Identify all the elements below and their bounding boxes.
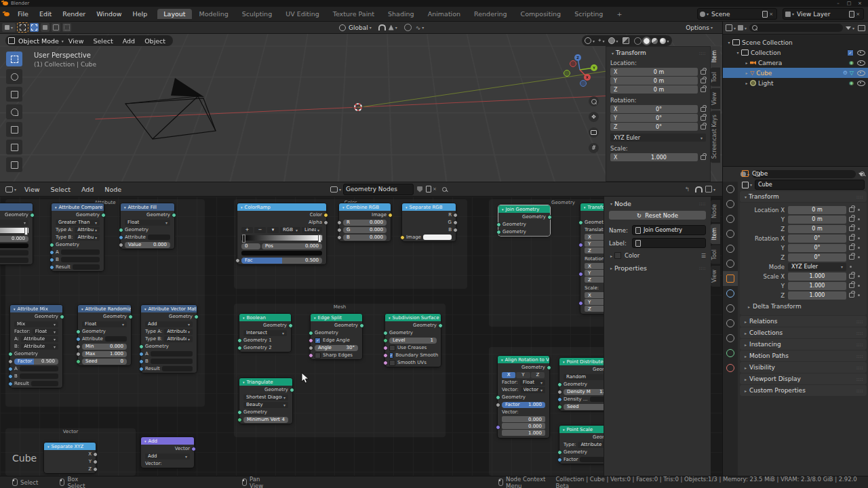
ramp-handle[interactable] bbox=[318, 235, 321, 243]
workspace-tab-texture-paint[interactable]: Texture Paint bbox=[327, 9, 380, 19]
socket-string[interactable] bbox=[50, 258, 54, 262]
socket-geometry[interactable] bbox=[496, 395, 500, 400]
socket-string[interactable] bbox=[8, 382, 13, 386]
socket-float[interactable] bbox=[235, 258, 240, 263]
dropdown[interactable]: Vector▾ bbox=[521, 387, 545, 393]
subpanel-delta-transform[interactable]: ▸Delta Transform bbox=[740, 302, 864, 311]
properties-tab-render[interactable] bbox=[723, 197, 738, 211]
value-field[interactable]: 0.000 bbox=[0, 236, 28, 242]
node-menu-add[interactable]: Add bbox=[76, 186, 99, 193]
transform-orientation-dropdown[interactable]: Global ▾ bbox=[339, 24, 372, 31]
expander-icon[interactable]: ▾ bbox=[726, 40, 732, 45]
property-value-field[interactable]: 1.000 bbox=[788, 282, 846, 290]
node-edge-split[interactable]: ▾Edge SplitGeometryGeometry✓Edge AngleAn… bbox=[311, 314, 362, 359]
socket-geometry[interactable] bbox=[383, 331, 388, 336]
socket-float[interactable] bbox=[337, 220, 342, 225]
workspace-tab-layout[interactable]: Layout bbox=[157, 9, 191, 19]
properties-tab-object[interactable] bbox=[723, 271, 738, 286]
socket-geometry[interactable] bbox=[128, 314, 133, 319]
node-attribute-color-ramp[interactable]: ▾Attribute Color RampGeometryLinear▾0.00… bbox=[0, 203, 33, 264]
socket-color[interactable] bbox=[388, 213, 393, 218]
camera-view-icon[interactable] bbox=[589, 127, 599, 138]
node-subdivision-surface[interactable]: ▾Subdivision SurfaceGeometryGeometryLeve… bbox=[385, 314, 441, 367]
object-id-dropdown[interactable]: ▾ bbox=[742, 182, 752, 188]
cursor-tool[interactable] bbox=[6, 69, 22, 84]
shading-solid-button[interactable] bbox=[644, 38, 650, 44]
lock-icon[interactable] bbox=[849, 283, 854, 288]
ramp-handle[interactable] bbox=[242, 235, 245, 243]
pin-icon[interactable] bbox=[442, 187, 447, 192]
gizmo-z-neg[interactable] bbox=[580, 80, 587, 87]
collapse-icon[interactable]: ▾ bbox=[243, 316, 245, 320]
dropdown[interactable]: Attribute▾ bbox=[21, 336, 58, 342]
collapse-icon[interactable]: ▾ bbox=[563, 428, 565, 432]
dropdown[interactable]: Attribute▾ bbox=[75, 227, 100, 233]
eye-icon[interactable] bbox=[857, 50, 865, 56]
node-triangulate[interactable]: ▾TriangulateGeometryShortest Diagonal▾Be… bbox=[239, 378, 292, 424]
viewport-menu-select[interactable]: Select bbox=[88, 37, 117, 45]
properties-tab-tool[interactable] bbox=[723, 182, 738, 197]
node-add[interactable]: ▾AddVectorAdd▾Vector: bbox=[141, 437, 194, 468]
light-data-icon[interactable]: ◉ bbox=[849, 80, 854, 86]
collapse-icon[interactable]: ▾ bbox=[389, 316, 391, 320]
dropdown[interactable]: Float▾ bbox=[125, 220, 170, 226]
checkbox[interactable] bbox=[389, 345, 395, 351]
colorramp-gradient[interactable] bbox=[0, 228, 28, 233]
socket-float[interactable] bbox=[453, 228, 458, 232]
panel-viewport-display[interactable]: ▸Viewport Display∷∷ bbox=[740, 373, 867, 384]
property-value-field[interactable]: 1.000 bbox=[788, 272, 846, 281]
dropdown[interactable]: Shortest Diagonal▾ bbox=[243, 394, 288, 401]
eye-icon[interactable] bbox=[857, 81, 865, 86]
toggle-perspective-icon[interactable]: # bbox=[589, 143, 599, 153]
socket-vector[interactable] bbox=[578, 243, 583, 247]
socket-geometry[interactable] bbox=[237, 338, 242, 343]
value-field[interactable]: Level1 bbox=[389, 338, 437, 344]
text-field[interactable] bbox=[151, 351, 193, 357]
xray-toggle[interactable] bbox=[623, 37, 629, 44]
node-header[interactable]: ▾Edge Split bbox=[311, 314, 362, 321]
collapse-icon[interactable]: ▾ bbox=[47, 445, 50, 449]
scene-name[interactable]: Scene bbox=[711, 11, 762, 18]
dropdown[interactable]: Add▾ bbox=[145, 453, 190, 460]
socket-float[interactable] bbox=[453, 213, 458, 218]
socket-geometry[interactable] bbox=[8, 352, 13, 357]
socket-vector[interactable] bbox=[578, 301, 583, 306]
rotate-tool[interactable] bbox=[6, 104, 22, 119]
collapse-icon[interactable]: ▾ bbox=[406, 205, 408, 209]
collapse-icon[interactable]: ▾ bbox=[243, 380, 245, 384]
properties-tab-view-layer[interactable] bbox=[723, 226, 738, 241]
properties-tab-object-data[interactable] bbox=[723, 346, 738, 361]
socket-float[interactable] bbox=[337, 235, 342, 240]
socket-string[interactable] bbox=[119, 235, 123, 240]
interpolation-dropdown[interactable]: Linear▾ bbox=[302, 227, 322, 233]
socket-bool[interactable] bbox=[383, 361, 388, 365]
ramp-remove-button[interactable]: − bbox=[254, 227, 266, 233]
lock-icon[interactable] bbox=[849, 293, 854, 298]
property-value-field[interactable]: 0° bbox=[788, 253, 846, 262]
dropdown[interactable]: Intersect▾ bbox=[243, 330, 287, 336]
node-header[interactable]: ▾Attribute Randomize bbox=[78, 305, 131, 312]
new-view-layer-icon[interactable] bbox=[849, 11, 854, 18]
socket-float[interactable] bbox=[93, 467, 98, 472]
socket-geometry[interactable] bbox=[237, 346, 242, 350]
socket-geometry[interactable] bbox=[139, 344, 144, 349]
socket-float[interactable] bbox=[453, 220, 458, 225]
node-attribute-fill[interactable]: ▾Attribute FillGeometryFloat▾GeometryAtt… bbox=[121, 203, 174, 249]
value-field[interactable]: Max1.000 bbox=[82, 351, 127, 357]
menu-file[interactable]: File bbox=[12, 10, 34, 18]
animate-dot[interactable] bbox=[858, 256, 860, 258]
text-field[interactable] bbox=[151, 359, 193, 364]
scale-tool[interactable] bbox=[6, 122, 22, 137]
checkbox[interactable] bbox=[315, 352, 321, 359]
socket-float[interactable] bbox=[76, 344, 81, 349]
animate-dot[interactable] bbox=[858, 237, 860, 239]
vector-component-field[interactable]: 0.000 bbox=[502, 416, 545, 422]
move-view-icon[interactable]: ✥ bbox=[589, 112, 599, 122]
mode-dropdown[interactable]: Object Mode ▾ bbox=[8, 37, 64, 45]
socket-color[interactable] bbox=[323, 213, 328, 218]
sidebar-tab-item[interactable]: Item bbox=[711, 46, 720, 66]
socket-vector[interactable] bbox=[578, 272, 583, 277]
properties-tab-output[interactable] bbox=[723, 211, 738, 226]
property-value-field[interactable]: 0 m bbox=[788, 206, 846, 214]
collection-checkbox[interactable]: ✓ bbox=[847, 49, 854, 56]
